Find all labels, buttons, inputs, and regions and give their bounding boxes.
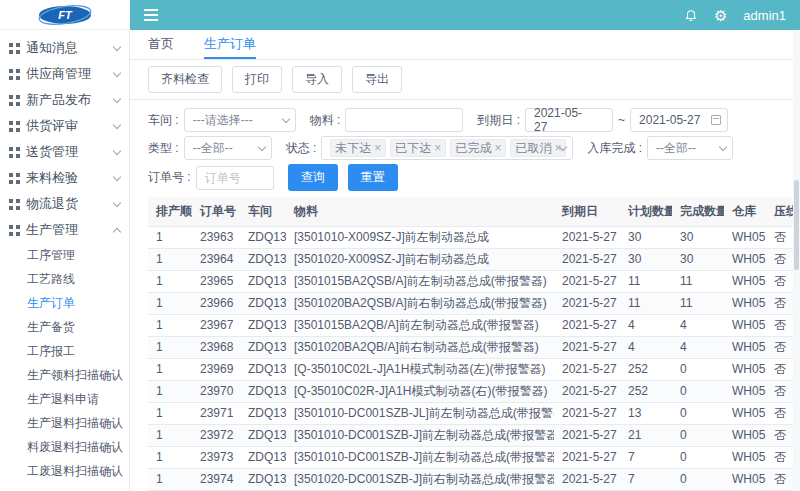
grid-icon bbox=[9, 43, 20, 54]
status-tag-not-issued[interactable]: 未下达 × bbox=[330, 139, 386, 157]
cell-workshop: ZDQ13 bbox=[240, 337, 286, 359]
cell-plan-qty: 11 bbox=[620, 271, 672, 293]
sidebar-item-logistics-returns[interactable]: 物流退货 bbox=[0, 191, 129, 217]
col-due-date: 到期日 bbox=[554, 197, 620, 227]
calendar-icon bbox=[711, 115, 721, 125]
filter-row-2: 类型 : --全部-- 状态 : 未下达 × 已下达 bbox=[148, 136, 782, 160]
sidebar-item-delivery-mgmt[interactable]: 送货管理 bbox=[0, 139, 129, 165]
cell-plan-qty: 252 bbox=[620, 381, 672, 403]
sidebar-item-supply-review[interactable]: 供货评审 bbox=[0, 113, 129, 139]
bell-icon[interactable] bbox=[684, 8, 698, 23]
table-row[interactable]: 1 23970 ZDQ13 [Q-35010C02R-J]A1H模式制动器(右)… bbox=[148, 381, 800, 403]
table-row[interactable]: 1 23965 ZDQ13 [3501015BA2QSB/A]前左制动器总成(带… bbox=[148, 271, 800, 293]
sidebar-item-new-product[interactable]: 新产品发布 bbox=[0, 87, 129, 113]
material-check-button[interactable]: 齐料检查 bbox=[148, 66, 222, 93]
sidebar-item-production-mgmt[interactable]: 生产管理 bbox=[0, 217, 129, 243]
sidebar-subitem-production-stock[interactable]: 生产备货 bbox=[0, 315, 129, 339]
sidebar: 通知消息 供应商管理 新产品发布 供货评审 送货管理 来料检验 bbox=[0, 30, 130, 491]
table-row[interactable]: 1 23972 ZDQ13 [3501010-DC001SZB-J]前左制动器总… bbox=[148, 425, 800, 447]
close-icon[interactable]: × bbox=[374, 142, 381, 154]
close-icon[interactable]: × bbox=[434, 142, 441, 154]
due-date-start[interactable]: 2021-05-27 bbox=[525, 108, 613, 132]
status-tag-label: 已完成 bbox=[455, 140, 491, 157]
cell-material: [3501010-X009SZ-J]前左制动器总成 bbox=[286, 227, 554, 249]
table-row[interactable]: 1 23973 ZDQ13 [3501010-DC001SZB-J]前左制动器总… bbox=[148, 447, 800, 469]
table-row[interactable]: 1 23971 ZDQ13 [3501010-DC001SZB-JL]前左制动器… bbox=[148, 403, 800, 425]
topbar-main: ⚙ admin1 bbox=[130, 0, 800, 30]
sidebar-subitem-process-mgmt[interactable]: 工序管理 bbox=[0, 243, 129, 267]
menu-toggle-icon[interactable] bbox=[144, 0, 158, 30]
grid-icon bbox=[9, 173, 20, 184]
username[interactable]: admin1 bbox=[743, 8, 786, 23]
table-row[interactable]: 1 23974 ZDQ13 [3501020-DC001SZB-J]前右制动器总… bbox=[148, 469, 800, 491]
sidebar-subitem-picking-scan-confirm[interactable]: 生产领料扫描确认 bbox=[0, 363, 129, 387]
tab-production-order[interactable]: 生产订单 bbox=[204, 30, 256, 59]
cell-due-date: 2021-5-27 bbox=[554, 359, 620, 381]
export-button[interactable]: 导出 bbox=[352, 66, 402, 93]
cell-order-no: 23972 bbox=[192, 425, 240, 447]
hamburger-icon bbox=[144, 14, 158, 16]
order-no-input[interactable] bbox=[196, 166, 274, 190]
chevron-down-icon bbox=[257, 143, 265, 151]
cell-seq: 1 bbox=[148, 337, 192, 359]
table-row[interactable]: 1 23964 ZDQ13 [3501020-X009SZ-J]前右制动器总成 … bbox=[148, 249, 800, 271]
cell-workshop: ZDQ13 bbox=[240, 271, 286, 293]
sidebar-item-incoming-inspection[interactable]: 来料检验 bbox=[0, 165, 129, 191]
cell-material: [3501015BA2QB/A]前左制动器总成(带报警器) bbox=[286, 315, 554, 337]
type-select[interactable]: --全部-- bbox=[184, 136, 272, 160]
table-row[interactable]: 1 23963 ZDQ13 [3501010-X009SZ-J]前左制动器总成 … bbox=[148, 227, 800, 249]
status-tag-completed[interactable]: 已完成 × bbox=[450, 139, 506, 157]
status-multiselect[interactable]: 未下达 × 已下达 × 已完成 × 已取消 × bbox=[321, 136, 573, 160]
top-header: FT ⚙ admin1 bbox=[0, 0, 800, 30]
tab-home[interactable]: 首页 bbox=[148, 30, 174, 59]
cell-workshop: ZDQ13 bbox=[240, 425, 286, 447]
print-button[interactable]: 打印 bbox=[232, 66, 282, 93]
reset-button[interactable]: 重置 bbox=[348, 164, 398, 191]
search-button[interactable]: 查询 bbox=[288, 164, 338, 191]
cell-workshop: ZDQ13 bbox=[240, 359, 286, 381]
sidebar-subitem-return-scan-confirm[interactable]: 生产退料扫描确认 bbox=[0, 411, 129, 435]
material-input[interactable] bbox=[345, 108, 463, 132]
cell-workshop: ZDQ13 bbox=[240, 403, 286, 425]
status-tag-issued[interactable]: 已下达 × bbox=[390, 139, 446, 157]
table-row[interactable]: 1 23968 ZDQ13 [3501020BA2QB/A]前右制动器总成(带报… bbox=[148, 337, 800, 359]
table-row[interactable]: 1 23969 ZDQ13 [Q-35010C02L-J]A1H模式制动器(左)… bbox=[148, 359, 800, 381]
chevron-down-icon bbox=[281, 115, 289, 123]
sidebar-item-notifications[interactable]: 通知消息 bbox=[0, 35, 129, 61]
import-button[interactable]: 导入 bbox=[292, 66, 342, 93]
type-label: 类型 : bbox=[148, 140, 179, 157]
close-icon[interactable]: × bbox=[494, 142, 501, 154]
col-seq: 排产顺序 bbox=[148, 197, 192, 227]
sidebar-item-supplier-mgmt[interactable]: 供应商管理 bbox=[0, 61, 129, 87]
sidebar-item-label: 新产品发布 bbox=[26, 91, 91, 109]
inbound-done-select[interactable]: --全部-- bbox=[647, 136, 733, 160]
logo[interactable]: FT bbox=[0, 0, 130, 30]
vertical-scrollbar[interactable] bbox=[793, 30, 800, 491]
cell-done-qty: 0 bbox=[672, 381, 724, 403]
table-row[interactable]: 1 23966 ZDQ13 [3501020BA2QSB/A]前右制动器总成(带… bbox=[148, 293, 800, 315]
grid-icon bbox=[9, 225, 20, 236]
cell-workshop: ZDQ13 bbox=[240, 447, 286, 469]
filter-row-1: 车间 : ---请选择--- 物料 : 到期日 : 2021-05-27 ~ bbox=[148, 108, 782, 132]
cell-done-qty: 11 bbox=[672, 293, 724, 315]
cell-material: [Q-35010C02R-J]A1H模式制动器(右)(带报警器) bbox=[286, 381, 554, 403]
scrollbar-thumb[interactable] bbox=[794, 180, 799, 270]
sidebar-subitem-material-scrap-scan-confirm[interactable]: 料废退料扫描确认 bbox=[0, 435, 129, 459]
sidebar-subitem-production-order[interactable]: 生产订单 bbox=[0, 291, 129, 315]
sidebar-subitem-process-report[interactable]: 工序报工 bbox=[0, 339, 129, 363]
cell-workshop: ZDQ13 bbox=[240, 293, 286, 315]
workshop-select[interactable]: ---请选择--- bbox=[184, 108, 296, 132]
cell-material: [Q-35010C02L-J]A1H模式制动器(左)(带报警器) bbox=[286, 359, 554, 381]
gear-icon[interactable]: ⚙ bbox=[714, 8, 727, 23]
sidebar-subitem-work-scrap-scan-confirm[interactable]: 工废退料扫描确认 bbox=[0, 459, 129, 483]
grid-icon bbox=[9, 147, 20, 158]
due-date-end[interactable]: 2021-05-27 bbox=[630, 108, 728, 132]
cell-material: [3501020-X009SZ-J]前右制动器总成 bbox=[286, 249, 554, 271]
sidebar-subitem-process-route[interactable]: 工艺路线 bbox=[0, 267, 129, 291]
status-tag-cancelled[interactable]: 已取消 × bbox=[510, 139, 566, 157]
table-row[interactable]: 1 23967 ZDQ13 [3501015BA2QB/A]前左制动器总成(带报… bbox=[148, 315, 800, 337]
cell-done-qty: 0 bbox=[672, 403, 724, 425]
cell-order-no: 23963 bbox=[192, 227, 240, 249]
cell-done-qty: 30 bbox=[672, 249, 724, 271]
sidebar-subitem-return-apply[interactable]: 生产退料申请 bbox=[0, 387, 129, 411]
